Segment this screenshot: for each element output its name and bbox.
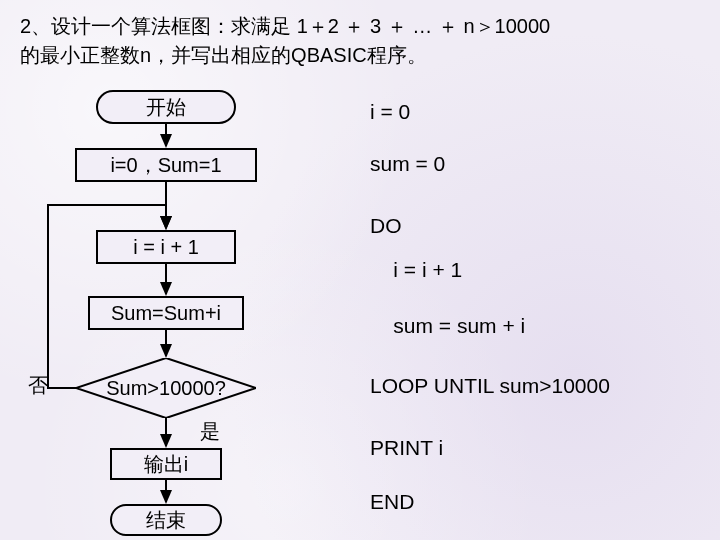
code-line-6: LOOP UNTIL sum>10000 [370, 374, 610, 398]
code-line-2: sum = 0 [370, 152, 445, 176]
code-line-1: i = 0 [370, 100, 410, 124]
flow-arrows [0, 0, 720, 540]
code-line-3: DO [370, 214, 402, 238]
code-line-4: i = i + 1 [370, 258, 462, 282]
code-line-7: PRINT i [370, 436, 443, 460]
code-line-8: END [370, 490, 414, 514]
code-line-5: sum = sum + i [370, 314, 525, 338]
